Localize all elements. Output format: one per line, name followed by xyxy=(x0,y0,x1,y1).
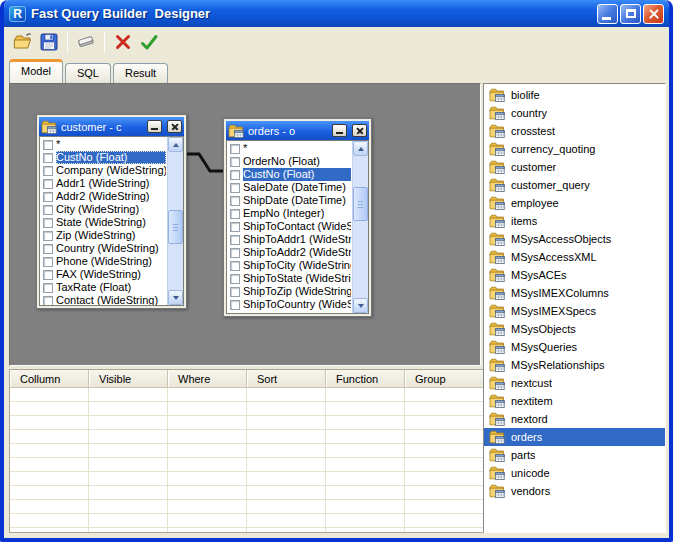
grid-cell[interactable] xyxy=(10,458,89,471)
grid-column-header[interactable]: Collumn xyxy=(10,370,89,387)
grid-cell[interactable] xyxy=(405,500,484,513)
grid-cell[interactable] xyxy=(247,458,326,471)
grid-cell[interactable] xyxy=(247,486,326,499)
scroll-up-button[interactable] xyxy=(353,141,368,156)
tab-result[interactable]: Result xyxy=(113,63,168,83)
field-checkbox[interactable] xyxy=(230,222,240,232)
field-row[interactable]: City (WideString) xyxy=(42,203,166,216)
cancel-button[interactable] xyxy=(110,29,136,54)
grid-row[interactable] xyxy=(10,500,484,514)
field-row[interactable]: ShipToAddr2 (WideString) xyxy=(229,246,351,259)
grid-cell[interactable] xyxy=(168,458,247,471)
table-list-item[interactable]: unicode xyxy=(484,464,665,482)
table-list-item[interactable]: nextitem xyxy=(484,392,665,410)
grid-cell[interactable] xyxy=(10,500,89,513)
grid-cell[interactable] xyxy=(168,528,247,533)
table-minimize-button[interactable] xyxy=(332,124,347,137)
field-row[interactable]: CustNo (Float) xyxy=(42,151,166,164)
grid-cell[interactable] xyxy=(168,402,247,415)
grid-cell[interactable] xyxy=(10,402,89,415)
tab-sql[interactable]: SQL xyxy=(65,63,111,83)
table-list-item[interactable]: MSysIMEXColumns xyxy=(484,284,665,302)
field-checkbox[interactable] xyxy=(43,205,53,215)
grid-cell[interactable] xyxy=(168,444,247,457)
grid-cell[interactable] xyxy=(89,528,168,533)
field-row[interactable]: OrderNo (Float) xyxy=(229,155,351,168)
grid-cell[interactable] xyxy=(168,514,247,527)
grid-column-header[interactable]: Sort xyxy=(247,370,326,387)
table-close-button[interactable] xyxy=(167,120,182,133)
grid-cell[interactable] xyxy=(405,458,484,471)
table-list-item[interactable]: parts xyxy=(484,446,665,464)
table-box-titlebar[interactable]: orders - o xyxy=(226,121,369,140)
field-checkbox[interactable] xyxy=(43,140,53,150)
field-checkbox[interactable] xyxy=(43,153,53,163)
grid-row[interactable] xyxy=(10,444,484,458)
table-list-item[interactable]: biolife xyxy=(484,86,665,104)
maximize-button[interactable] xyxy=(620,4,641,24)
field-row[interactable]: Addr1 (WideString) xyxy=(42,177,166,190)
grid-cell[interactable] xyxy=(326,444,405,457)
field-list-scrollbar[interactable] xyxy=(167,137,183,305)
grid-cell[interactable] xyxy=(168,486,247,499)
field-row[interactable]: * xyxy=(42,138,166,151)
table-list-item[interactable]: MSysIMEXSpecs xyxy=(484,302,665,320)
ok-button[interactable] xyxy=(136,29,162,54)
field-checkbox[interactable] xyxy=(230,144,240,154)
field-checkbox[interactable] xyxy=(43,192,53,202)
grid-cell[interactable] xyxy=(10,416,89,429)
grid-cell[interactable] xyxy=(89,388,168,401)
field-row[interactable]: * xyxy=(229,142,351,155)
field-row[interactable]: Country (WideString) xyxy=(42,242,166,255)
grid-cell[interactable] xyxy=(10,444,89,457)
grid-cell[interactable] xyxy=(168,472,247,485)
grid-row[interactable] xyxy=(10,528,484,533)
grid-row[interactable] xyxy=(10,486,484,500)
field-checkbox[interactable] xyxy=(43,270,53,280)
grid-row[interactable] xyxy=(10,416,484,430)
scrollbar-track[interactable] xyxy=(353,156,368,298)
field-row[interactable]: FAX (WideString) xyxy=(42,268,166,281)
field-row[interactable]: TaxRate (Float) xyxy=(42,281,166,294)
field-row[interactable]: ShipToContact (WideString) xyxy=(229,220,351,233)
grid-cell[interactable] xyxy=(247,444,326,457)
scrollbar-thumb[interactable] xyxy=(168,210,183,244)
titlebar[interactable]: R Fast Query Builder Designer xyxy=(4,0,669,27)
table-list-item[interactable]: customer xyxy=(484,158,665,176)
grid-cell[interactable] xyxy=(326,416,405,429)
table-list-item[interactable]: orders xyxy=(484,428,665,446)
clear-button[interactable] xyxy=(73,29,99,54)
field-checkbox[interactable] xyxy=(230,157,240,167)
field-checkbox[interactable] xyxy=(43,218,53,228)
field-checkbox[interactable] xyxy=(43,283,53,293)
field-row[interactable]: State (WideString) xyxy=(42,216,166,229)
grid-cell[interactable] xyxy=(10,472,89,485)
table-list-item[interactable]: employee xyxy=(484,194,665,212)
field-row[interactable]: ShipToZip (WideString) xyxy=(229,285,351,298)
grid-cell[interactable] xyxy=(247,500,326,513)
grid-cell[interactable] xyxy=(326,472,405,485)
grid-cell[interactable] xyxy=(405,528,484,533)
grid-cell[interactable] xyxy=(89,430,168,443)
field-row[interactable]: Zip (WideString) xyxy=(42,229,166,242)
field-row[interactable]: ShipToCity (WideString) xyxy=(229,259,351,272)
tab-model[interactable]: Model xyxy=(9,59,63,83)
grid-cell[interactable] xyxy=(326,528,405,533)
table-list-item[interactable]: MSysAccessXML xyxy=(484,248,665,266)
grid-cell[interactable] xyxy=(405,416,484,429)
table-list-item[interactable]: nextcust xyxy=(484,374,665,392)
field-checkbox[interactable] xyxy=(230,248,240,258)
scrollbar-track[interactable] xyxy=(168,152,183,290)
field-row[interactable]: ShipToCountry (WideString) xyxy=(229,298,351,311)
field-row[interactable]: Company (WideString) xyxy=(42,164,166,177)
grid-row[interactable] xyxy=(10,458,484,472)
grid-cell[interactable] xyxy=(10,388,89,401)
field-checkbox[interactable] xyxy=(230,170,240,180)
close-button[interactable] xyxy=(643,4,664,24)
grid-column-header[interactable]: Visible xyxy=(89,370,168,387)
grid-cell[interactable] xyxy=(89,458,168,471)
field-checkbox[interactable] xyxy=(230,300,240,310)
field-checkbox[interactable] xyxy=(43,231,53,241)
grid-cell[interactable] xyxy=(89,402,168,415)
grid-cell[interactable] xyxy=(405,430,484,443)
